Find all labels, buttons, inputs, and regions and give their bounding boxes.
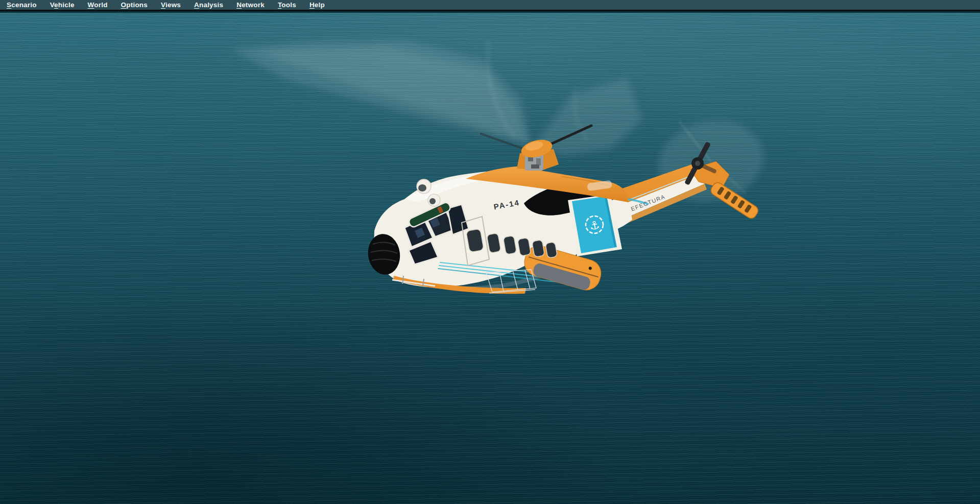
menu-label-pre: V — [50, 1, 54, 9]
menu-label-post: orld — [94, 1, 107, 9]
main-rotor-blur — [231, 41, 642, 156]
menu-bar: Scenario Vehicle World Options Views Ana… — [0, 0, 980, 11]
menu-label-post: nalysis — [199, 1, 223, 9]
menu-label-mnemonic: e — [54, 1, 58, 9]
menu-label-mnemonic: A — [194, 1, 199, 9]
menu-item-analysis[interactable]: Analysis — [187, 0, 230, 11]
menu-label-post: hicle — [58, 1, 75, 9]
menu-label-post: ools — [281, 1, 296, 9]
menu-item-tools[interactable]: Tools — [271, 0, 303, 11]
menu-label-post: elp — [315, 1, 325, 9]
menu-item-options[interactable]: Options — [114, 0, 154, 11]
menu-item-world[interactable]: World — [81, 0, 114, 11]
menu-label-mnemonic: O — [121, 1, 127, 9]
menu-label-mnemonic: H — [309, 1, 315, 9]
menu-item-vehicle[interactable]: Vehicle — [43, 0, 81, 11]
menu-item-help[interactable]: Help — [303, 0, 331, 11]
menu-item-scenario[interactable]: Scenario — [0, 0, 43, 11]
menu-label-mnemonic: W — [88, 1, 94, 9]
menu-label-mnemonic: S — [7, 1, 11, 9]
menu-label-post: cenario — [11, 1, 36, 9]
menu-item-network[interactable]: Network — [230, 0, 271, 11]
ocean-scene-svg: PREFECTURA — [0, 13, 980, 504]
menu-label-post: etwork — [242, 1, 265, 9]
menu-label-post: ptions — [126, 1, 148, 9]
simulator-viewport[interactable]: PREFECTURA — [0, 13, 980, 504]
menu-item-views[interactable]: Views — [154, 0, 187, 11]
menu-label-post: iews — [165, 1, 181, 9]
menu-label-mnemonic: V — [161, 1, 165, 9]
helicopter: PREFECTURA — [231, 41, 771, 294]
menu-label-mnemonic: N — [236, 1, 242, 9]
